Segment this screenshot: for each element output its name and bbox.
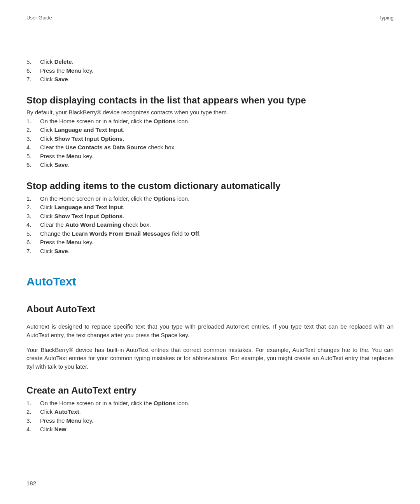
list-item: Click AutoText. bbox=[26, 408, 394, 416]
page-number: 182 bbox=[26, 480, 36, 486]
list-item: Press the Menu key. bbox=[26, 66, 394, 75]
list-item: Click Save. bbox=[26, 75, 394, 84]
list-item: Change the Learn Words From Email Messag… bbox=[26, 229, 394, 238]
list-item: Press the Menu key. bbox=[26, 416, 394, 425]
list-item: Click Save. bbox=[26, 247, 394, 256]
steps-list-contacts: On the Home screen or in a folder, click… bbox=[26, 117, 394, 170]
steps-list-dictionary: On the Home screen or in a folder, click… bbox=[26, 194, 394, 256]
section-heading-contacts: Stop displaying contacts in the list tha… bbox=[26, 95, 394, 106]
list-item: On the Home screen or in a folder, click… bbox=[26, 399, 394, 408]
autotext-para-2: Your BlackBerry® device has built-in Aut… bbox=[26, 346, 394, 371]
create-autotext-heading: Create an AutoText entry bbox=[26, 385, 394, 396]
list-item: Click Show Text Input Options. bbox=[26, 135, 394, 144]
list-item: Clear the Use Contacts as Data Source ch… bbox=[26, 143, 394, 152]
list-item: Click Show Text Input Options. bbox=[26, 212, 394, 221]
list-item: Click Delete. bbox=[26, 58, 394, 66]
list-item: Click Save. bbox=[26, 161, 394, 170]
section-intro: By default, your BlackBerry® device reco… bbox=[26, 109, 394, 116]
list-item: Press the Menu key. bbox=[26, 238, 394, 247]
steps-list-create: On the Home screen or in a folder, click… bbox=[26, 399, 394, 434]
header-left: User Guide bbox=[26, 15, 52, 21]
autotext-para-1: AutoText is designed to replace specific… bbox=[26, 322, 394, 340]
list-item: On the Home screen or in a folder, click… bbox=[26, 117, 394, 126]
list-item: Click Language and Text Input. bbox=[26, 203, 394, 212]
page-header: User Guide Typing bbox=[26, 15, 394, 21]
list-item: Click New. bbox=[26, 425, 394, 434]
list-item: Clear the Auto Word Learning check box. bbox=[26, 220, 394, 229]
list-item: On the Home screen or in a folder, click… bbox=[26, 194, 394, 203]
about-autotext-heading: About AutoText bbox=[26, 304, 394, 315]
list-item: Press the Menu key. bbox=[26, 152, 394, 161]
section-heading-dictionary: Stop adding items to the custom dictiona… bbox=[26, 180, 394, 191]
autotext-main-heading: AutoText bbox=[26, 275, 394, 288]
list-item: Click Language and Text Input. bbox=[26, 126, 394, 135]
header-right: Typing bbox=[379, 15, 394, 21]
continuation-list: Click Delete.Press the Menu key.Click Sa… bbox=[26, 58, 394, 84]
